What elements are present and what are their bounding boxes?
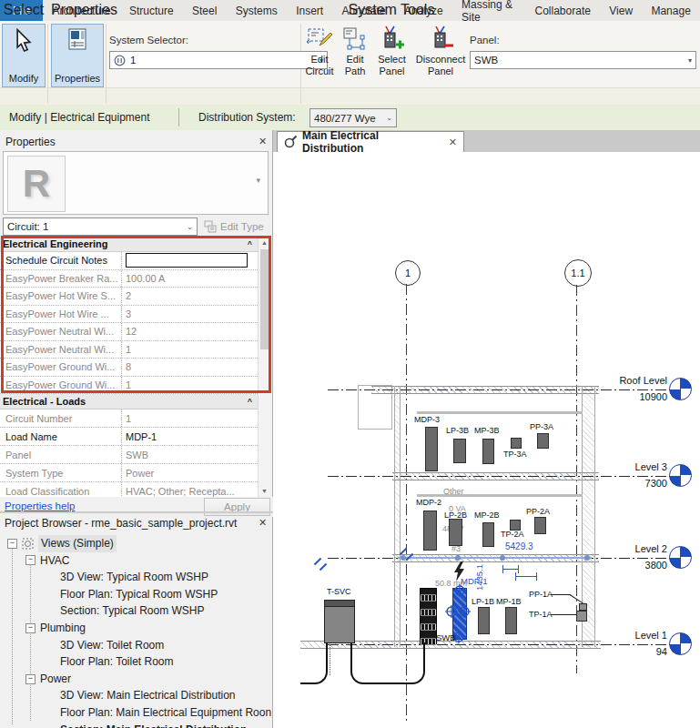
equipment-tag[interactable]: MDP-3 (414, 415, 440, 424)
equipment-tag[interactable]: PP-1A (529, 590, 553, 599)
equipment-mp-3b[interactable] (482, 439, 494, 464)
system-tools-group-label[interactable]: System Tools (300, 2, 482, 18)
property-row[interactable]: EasyPower Breaker Ra...100.00 A (0, 270, 258, 288)
level-elevation[interactable]: 94 (587, 646, 667, 657)
dimension-text[interactable]: 5429.3 (505, 541, 533, 551)
property-row[interactable]: EasyPower Hot Wire S...2 (0, 288, 258, 306)
select-panel-button[interactable]: Select Panel (372, 24, 411, 86)
equipment-tag[interactable]: LP-3B (446, 426, 469, 435)
tab-manage[interactable]: Manage (642, 0, 700, 21)
level-head-icon[interactable] (669, 378, 692, 400)
collapse-expander-icon[interactable]: − (25, 623, 36, 633)
equipment-tag[interactable]: MDP-2 (416, 498, 441, 507)
circuit-selector-dropdown[interactable]: Circuit: 1 ⌄ (3, 217, 198, 236)
left-wall[interactable] (394, 386, 401, 647)
conduit-run[interactable] (350, 642, 425, 684)
equipment-tag[interactable]: TP-1A (529, 610, 553, 619)
equipment-pp-2a[interactable] (534, 517, 546, 534)
scroll-down-icon[interactable]: ▼ (259, 488, 270, 494)
tree-item[interactable]: 3D View: Typical Room WSHP (0, 569, 271, 586)
select-panel-label[interactable]: Select (0, 2, 47, 18)
conduit-run[interactable] (300, 642, 328, 684)
tree-item-power[interactable]: − Power (0, 671, 271, 688)
collapse-icon[interactable]: ^ (248, 397, 252, 406)
tree-item[interactable]: Floor Plan: Typical Room WSHP (0, 586, 271, 603)
property-row[interactable]: System TypePower (0, 464, 258, 482)
edit-circuit-button[interactable]: Edit Circuit (301, 24, 338, 86)
equipment-lp-2b[interactable] (449, 519, 462, 546)
tree-item[interactable]: 3D View: Toilet Room (0, 637, 271, 654)
level-head-icon[interactable] (669, 546, 692, 569)
tree-item-active-view[interactable]: Section: Main Electrical Distribution (0, 722, 271, 728)
equipment-pp-3a[interactable] (537, 433, 549, 449)
level-head-icon[interactable] (669, 632, 692, 655)
equipment-tp-1a[interactable] (576, 611, 587, 622)
property-row[interactable]: EasyPower Neutral Wi...1 (0, 341, 258, 359)
property-row[interactable]: Load NameMDP-1 (0, 428, 258, 446)
close-icon[interactable]: ✕ (259, 517, 267, 529)
properties-scrollbar[interactable]: ▲ ▼ (258, 237, 270, 497)
equipment-tag[interactable]: MP-2B (474, 511, 500, 520)
close-icon[interactable]: ✕ (259, 136, 267, 147)
properties-group-label[interactable]: Properties (51, 2, 102, 18)
dimension-text-vertical[interactable]: 1435.1 (474, 538, 484, 591)
view-tab-main-electrical-distribution[interactable]: Main Electrical Distribution ✕ (277, 131, 464, 152)
equipment-tag[interactable]: TP-2A (501, 530, 524, 539)
close-icon[interactable]: ✕ (449, 136, 457, 148)
level-name[interactable]: Level 2 (587, 543, 667, 554)
property-row[interactable]: Circuit Number1 (0, 410, 258, 428)
properties-button[interactable]: Properties (51, 24, 104, 87)
modify-button[interactable]: Modify (2, 24, 46, 87)
equipment-tag[interactable]: LP-1B (472, 597, 494, 606)
equipment-tag[interactable]: T-SVC (327, 587, 351, 596)
equipment-mdp-2[interactable] (423, 511, 437, 551)
schedule-circuit-notes-input[interactable] (126, 253, 248, 268)
equipment-tag[interactable]: TP-3A (503, 450, 527, 459)
section-electrical-engineering[interactable]: Electrical Engineering ^ (0, 237, 258, 252)
disconnect-panel-button[interactable]: Disconnect Panel (411, 24, 470, 86)
property-row[interactable]: EasyPower Ground Wi...8 (0, 359, 258, 377)
equipment-pp-1a[interactable] (579, 603, 587, 611)
tree-item-views-simple[interactable]: − Views (Simple) (0, 535, 271, 552)
level-elevation[interactable]: 7300 (587, 478, 667, 489)
equipment-mp-1b[interactable] (505, 607, 517, 634)
equipment-mdp-3[interactable] (425, 427, 438, 471)
property-row[interactable]: EasyPower Ground Wi...1 (0, 377, 258, 395)
property-row[interactable]: EasyPower Neutral Wi...12 (0, 323, 258, 341)
equipment-tag[interactable]: MP-3B (474, 426, 500, 435)
scrollbar-thumb[interactable] (260, 249, 269, 349)
move-control-icon[interactable] (445, 605, 458, 618)
level-name[interactable]: Level 3 (587, 461, 667, 472)
tab-view[interactable]: View (600, 0, 642, 21)
system-selector-dropdown[interactable]: 1 ▾ (109, 51, 328, 69)
properties-help-link[interactable]: Properties help (5, 500, 75, 511)
level-elevation[interactable]: 10900 (587, 391, 667, 402)
tab-structure[interactable]: Structure (120, 0, 183, 21)
property-row[interactable]: PanelSWB (0, 446, 258, 464)
tab-steel[interactable]: Steel (183, 0, 227, 21)
scroll-up-icon[interactable]: ▲ (259, 239, 270, 246)
distribution-system-dropdown[interactable]: 480/277 Wye ⌄ (309, 108, 397, 127)
level-line-roof[interactable] (328, 389, 670, 390)
equipment-switchboard[interactable] (420, 588, 437, 644)
level-name[interactable]: Roof Level (587, 375, 667, 386)
level-head-icon[interactable] (669, 464, 692, 487)
move-control-icon[interactable] (458, 605, 471, 618)
equipment-lp-3b[interactable] (453, 439, 466, 463)
collapse-expander-icon[interactable]: − (7, 539, 17, 549)
circuit-node[interactable] (500, 555, 505, 561)
tree-item[interactable]: Floor Plan: Main Electrical Equipment Ro… (0, 704, 271, 722)
chevron-down-icon[interactable]: ▾ (256, 176, 260, 185)
collapse-expander-icon[interactable]: − (25, 555, 36, 565)
tab-collaborate[interactable]: Collaborate (525, 0, 600, 21)
equipment-tp-3a[interactable] (511, 438, 522, 449)
equipment-t-svc-transformer[interactable] (324, 600, 355, 643)
collapse-icon[interactable]: ^ (248, 239, 252, 248)
equipment-tag[interactable]: PP-2A (526, 507, 550, 516)
edit-path-button[interactable]: Edit Path (339, 24, 371, 86)
equipment-tag[interactable]: PP-3A (530, 422, 553, 431)
level-name[interactable]: Level 1 (587, 630, 667, 641)
panel-dropdown[interactable]: SWB ▾ (470, 51, 696, 69)
property-row[interactable]: EasyPower Hot Wire ...3 (0, 306, 258, 324)
grid-bubble-1[interactable]: 1 (395, 260, 421, 286)
